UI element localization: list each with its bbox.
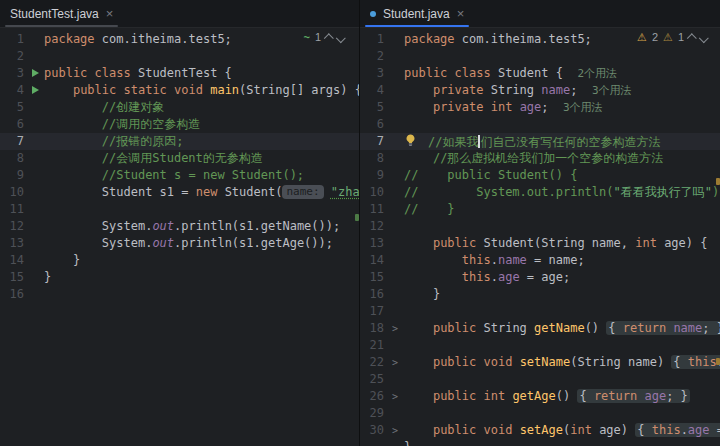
code-line[interactable]: 25 xyxy=(360,371,720,388)
code-text[interactable]: private String name; 3个用法 xyxy=(404,82,720,99)
code-text[interactable]: this.age = age; xyxy=(404,269,720,286)
code-line[interactable]: 14 this.name = name; xyxy=(360,252,720,269)
left-inspections-widget[interactable]: ~ 1 xyxy=(303,31,345,43)
code-line[interactable]: 21 xyxy=(360,337,720,354)
code-text[interactable]: //创建对象 xyxy=(44,99,359,116)
code-text[interactable]: } xyxy=(404,439,720,446)
code-line[interactable]: 17 xyxy=(360,303,720,320)
code-line[interactable]: 15} xyxy=(0,269,359,286)
next-problem-icon[interactable] xyxy=(699,33,709,43)
gutter-icon-slot[interactable]: > xyxy=(386,320,404,337)
code-text[interactable]: public int getAge() { return age; } xyxy=(404,388,720,405)
code-text[interactable]: } xyxy=(44,269,359,286)
code-line[interactable]: 10 Student s1 = new Student(name: "zhang… xyxy=(0,184,359,201)
code-line[interactable]: } xyxy=(360,439,720,446)
code-line[interactable]: 5 //创建对象 xyxy=(0,99,359,116)
code-text[interactable]: // public Student() { xyxy=(404,167,720,184)
code-line[interactable]: 12 System.out.println(s1.getName()); xyxy=(0,218,359,235)
code-text[interactable] xyxy=(404,371,720,388)
code-line[interactable]: 9// public Student() { xyxy=(360,167,720,184)
code-text[interactable]: private int age; 3个用法 xyxy=(404,99,720,116)
next-problem-icon[interactable] xyxy=(336,33,346,43)
code-line[interactable]: 22> public void setName(String name) { t… xyxy=(360,354,720,371)
code-text[interactable]: System.out.println(s1.getAge()); xyxy=(44,235,359,252)
code-line[interactable]: 6 xyxy=(360,116,720,133)
code-line[interactable]: 7//如果我们自己没有写任何的空参构造方法 xyxy=(360,133,720,150)
code-text[interactable]: public class Student { 2个用法 xyxy=(404,65,720,82)
code-line[interactable]: 30> public void setAge(int age) { this.a… xyxy=(360,422,720,439)
code-text[interactable]: } xyxy=(404,286,720,303)
code-text[interactable] xyxy=(404,218,720,235)
fold-arrow-icon[interactable]: > xyxy=(392,425,398,436)
code-text[interactable]: //Student s = new Student(); xyxy=(44,167,359,184)
code-line[interactable]: 7 //报错的原因; xyxy=(0,133,359,150)
code-text[interactable]: Student s1 = new Student(name: "zhangsan… xyxy=(44,184,359,201)
code-text[interactable]: public class StudentTest { xyxy=(44,65,359,82)
code-text[interactable]: public String getName() { return name; } xyxy=(404,320,720,337)
tab-student-java[interactable]: Student.java × xyxy=(360,0,474,27)
code-text[interactable]: this.name = name; xyxy=(404,252,720,269)
code-text[interactable] xyxy=(44,286,359,303)
folded-code-chip[interactable]: { this.age = age; } xyxy=(635,423,720,437)
code-text[interactable]: public void setAge(int age) { this.age =… xyxy=(404,422,720,439)
error-stripe-mark[interactable] xyxy=(716,178,720,185)
intention-bulb-icon[interactable] xyxy=(404,133,428,150)
prev-problem-icon[interactable] xyxy=(687,33,697,43)
code-line[interactable]: 18> public String getName() { return nam… xyxy=(360,320,720,337)
code-text[interactable]: System.out.println(s1.getName()); xyxy=(44,218,359,235)
code-line[interactable]: 12 xyxy=(360,218,720,235)
right-error-stripe[interactable] xyxy=(716,28,720,446)
code-line[interactable]: 4 private String name; 3个用法 xyxy=(360,82,720,99)
code-line[interactable]: 13 System.out.println(s1.getAge()); xyxy=(0,235,359,252)
code-line[interactable]: 16 xyxy=(0,286,359,303)
code-line[interactable]: 11// } xyxy=(360,201,720,218)
code-line[interactable]: 8 //会调用Student的无参构造 xyxy=(0,150,359,167)
code-line[interactable]: 2 xyxy=(0,48,359,65)
code-text[interactable]: // System.out.println("看看我执行了吗"); xyxy=(404,184,720,201)
code-line[interactable]: 11 xyxy=(0,201,359,218)
tab-studenttest-java[interactable]: StudentTest.java × xyxy=(0,0,123,27)
folded-code-chip[interactable]: { return name; } xyxy=(606,321,720,335)
error-stripe-mark[interactable] xyxy=(355,214,359,221)
code-text[interactable] xyxy=(404,48,720,65)
code-line[interactable]: 10// System.out.println("看看我执行了吗"); xyxy=(360,184,720,201)
code-text[interactable]: //报错的原因; xyxy=(44,133,359,150)
fold-arrow-icon[interactable]: > xyxy=(392,391,398,402)
code-text[interactable] xyxy=(404,116,720,133)
code-text[interactable]: //那么虚拟机给我们加一个空参的构造方法 xyxy=(404,150,720,167)
gutter-icon-slot[interactable] xyxy=(26,82,44,99)
code-line[interactable]: 4 public static void main(String[] args)… xyxy=(0,82,359,99)
code-text[interactable] xyxy=(44,48,359,65)
code-text[interactable]: //调用的空参构造 xyxy=(44,116,359,133)
code-line[interactable]: 16 } xyxy=(360,286,720,303)
fold-arrow-icon[interactable]: > xyxy=(392,357,398,368)
error-stripe-mark[interactable] xyxy=(716,358,720,365)
right-inspections-widget[interactable]: ⚠ 2 ⚠ 1 xyxy=(637,31,708,43)
code-text[interactable]: // } xyxy=(404,201,720,218)
code-line[interactable]: 5 private int age; 3个用法 xyxy=(360,99,720,116)
gutter-icon-slot[interactable]: > xyxy=(386,388,404,405)
code-text[interactable]: } xyxy=(44,252,359,269)
run-icon[interactable] xyxy=(32,69,39,77)
code-text[interactable] xyxy=(44,201,359,218)
code-line[interactable]: 9 //Student s = new Student(); xyxy=(0,167,359,184)
code-text[interactable]: public Student(String name, int age) { 1… xyxy=(404,235,720,252)
run-icon[interactable] xyxy=(32,86,39,94)
prev-problem-icon[interactable] xyxy=(324,33,334,43)
code-line[interactable]: 13 public Student(String name, int age) … xyxy=(360,235,720,252)
folded-code-chip[interactable]: { return age; } xyxy=(577,389,689,403)
code-line[interactable]: 14 } xyxy=(0,252,359,269)
code-text[interactable] xyxy=(404,337,720,354)
code-line[interactable]: 6 //调用的空参构造 xyxy=(0,116,359,133)
code-line[interactable]: 29 xyxy=(360,405,720,422)
code-text[interactable]: public static void main(String[] args) { xyxy=(44,82,359,99)
close-icon[interactable]: × xyxy=(457,7,465,20)
code-text[interactable]: //会调用Student的无参构造 xyxy=(44,150,359,167)
gutter-icon-slot[interactable]: > xyxy=(386,422,404,439)
code-line[interactable]: 3public class Student { 2个用法 xyxy=(360,65,720,82)
code-text[interactable] xyxy=(404,405,720,422)
code-line[interactable]: 26> public int getAge() { return age; } xyxy=(360,388,720,405)
left-error-stripe[interactable] xyxy=(355,28,359,446)
code-line[interactable]: 8 //那么虚拟机给我们加一个空参的构造方法 xyxy=(360,150,720,167)
fold-arrow-icon[interactable]: > xyxy=(392,323,398,334)
